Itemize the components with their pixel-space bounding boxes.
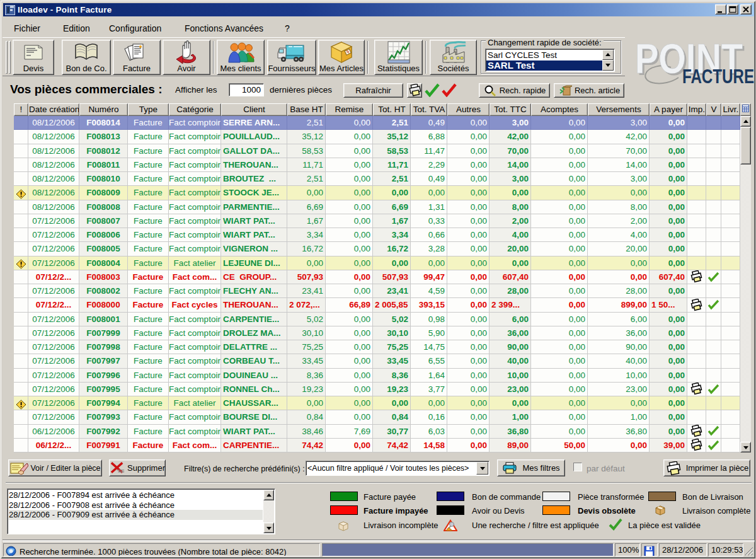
svg-text:FACTURE: FACTURE <box>682 65 754 86</box>
